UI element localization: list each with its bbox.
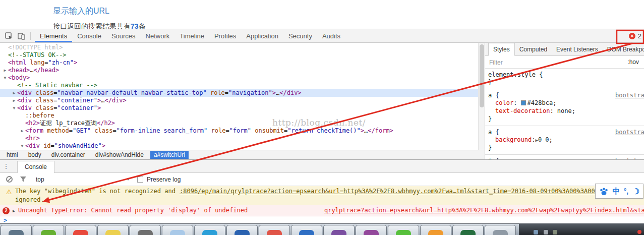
expand-arrow-icon[interactable]: ▶ [11,97,17,104]
pseudo-state-toggle[interactable]: :hov [627,56,639,68]
tray-alert-icon[interactable] [637,230,641,234]
taskbar-app-button[interactable] [130,225,161,235]
stylesheet-source-link[interactable]: bootstrap [615,129,644,136]
sidebar-tab[interactable]: DOM Breakpoints [603,43,644,55]
dom-tree-line[interactable]: ▶<head>…</head> [0,67,478,74]
tray-icon[interactable] [553,230,557,234]
taskbar-app-button[interactable] [420,225,451,235]
expand-arrow-icon[interactable]: ▶ [11,89,17,97]
tray-icon[interactable] [534,230,538,234]
dom-tree-line[interactable]: <hr> [0,135,478,142]
dom-tree-line[interactable]: ▼<body> [0,74,478,82]
elements-scrollbar[interactable] [478,43,485,150]
dom-token: "zh-cn" [48,59,74,66]
ime-toolbar[interactable]: 中 °, ☽ [595,184,643,199]
taskbar-app-button[interactable] [97,225,129,235]
styles-filter-input[interactable]: Filter [489,59,503,66]
css-property[interactable]: color: #428bca; [488,99,641,107]
devtools-tab[interactable]: Network [141,29,175,42]
sidebar-tab[interactable]: Styles [488,43,515,56]
dom-tree-line[interactable]: ▼<div id="showAndHide"> [0,142,478,150]
tray-icon[interactable] [544,230,548,234]
preserve-log-checkbox[interactable] [137,177,143,183]
breadcrumb-item[interactable]: html [3,151,22,159]
devtools-tab[interactable]: Sources [106,29,141,42]
taskbar-app-button[interactable] [226,225,258,235]
taskbar-app-button[interactable] [33,225,64,235]
stylesheet-source-link[interactable]: bootstrap [615,92,644,99]
styles-filter-row: Filter :hov [485,56,644,69]
taskbar-app-button[interactable] [452,225,484,235]
expand-arrow-icon[interactable]: ▼ [2,74,8,82]
color-swatch[interactable] [521,100,526,105]
app-icon [170,230,185,235]
devtools-tab[interactable]: Profiles [209,29,241,42]
dom-token [207,127,211,134]
taskbar-app-button[interactable] [323,225,355,235]
app-icon [235,230,250,235]
clear-console-icon[interactable] [6,176,13,183]
error-count-badge: 2 [3,207,10,214]
expand-arrow-icon[interactable]: ▶ [2,67,8,74]
breadcrumb-item[interactable]: div#showAndHide [92,151,147,159]
devtools-tab[interactable]: Timeline [174,29,209,42]
drawer-menu-icon[interactable]: ⋮ [0,162,12,170]
inspect-element-icon[interactable] [5,32,13,40]
dom-token: <div [17,89,35,96]
taskbar-app-button[interactable] [1,225,32,235]
expand-arrow-icon[interactable]: ▼ [11,104,17,112]
error-source-link[interactable]: qrylptrace?action=epsearch&url=http%3A%2… [324,206,644,215]
browser-page-area: 显示输入的URL 接口返回的搜索结果共有73条 [0,0,644,29]
dom-tree-line[interactable]: <h2>证据 lp_trace查询</h2> [0,120,478,127]
dom-tree-line[interactable]: ::before [0,112,478,120]
dom-tree-line[interactable]: ▶<div class="container">…</div> [0,97,478,104]
expand-arrow-icon[interactable]: ▼ [19,142,25,150]
breadcrumb-item[interactable]: body [25,151,45,159]
sidebar-tab[interactable]: Event Listeners [552,43,603,55]
ime-punctuation-toggle[interactable]: °, [624,187,629,195]
execution-context-selector[interactable]: top [36,176,44,183]
taskbar-app-button[interactable] [356,225,387,235]
dom-tree-line[interactable]: ▼<div class="container"> [0,104,478,112]
ime-paw-logo-icon[interactable] [599,187,609,196]
expand-arrow-icon[interactable]: ▶ [19,127,25,135]
css-property[interactable]: background:▶0 0; [488,136,641,144]
show-url-link[interactable]: 显示输入的URL [53,6,109,17]
ime-fullwidth-toggle[interactable]: ☽ [632,187,639,196]
taskbar-app-button[interactable] [65,225,96,235]
dom-tree-line[interactable]: <html lang="zh-cn"> [0,59,478,67]
breadcrumb-item[interactable]: div.container [48,151,89,159]
taskbar-app-button[interactable] [291,225,322,235]
devtools-tab[interactable]: Elements [35,29,72,42]
system-tray[interactable] [519,224,644,235]
taskbar-app-button[interactable] [485,225,516,235]
dom-tree-line[interactable]: ▶<div class="navbar navbar-default navba… [0,89,478,97]
context-dropdown-icon[interactable]: ▼ [126,177,130,182]
devtools-tab[interactable]: Audits [317,29,345,42]
dom-tree-line[interactable]: <!-- Static navbar --> [0,82,478,89]
dom-tree-line[interactable]: <!DOCTYPE html> [0,44,478,51]
expand-error-icon[interactable]: ▶ [13,207,15,215]
device-toolbar-icon[interactable] [17,32,25,40]
devtools-error-counter[interactable]: ✕ 2 [629,29,641,43]
css-property[interactable]: text-decoration: none; [488,107,641,115]
devtools-tab[interactable]: Security [283,29,317,42]
devtools-tab[interactable]: Console [72,29,106,42]
filter-icon[interactable] [20,176,27,183]
warning-source-link[interactable]: :8096/ep/main/qrylptrace?action=epsearch… [180,187,635,196]
sidebar-tab[interactable]: Computed [515,43,552,55]
warning-triangle-icon: ⚠ [6,188,12,196]
scrollbar-thumb[interactable] [480,44,484,107]
taskbar-app-button[interactable] [194,225,225,235]
console-tab[interactable]: Console [17,161,54,173]
dom-token: <!--STATUS OK--> [8,51,67,58]
taskbar-app-button[interactable] [388,225,419,235]
taskbar-app-button[interactable] [259,225,290,235]
dom-tree-line[interactable]: <!--STATUS OK--> [0,51,478,59]
dom-tree-line[interactable]: ▶<form method="GET" class="form-inline s… [0,127,478,135]
devtools-tab[interactable]: Application [241,29,283,42]
taskbar-app-button[interactable] [162,225,193,235]
ime-language-toggle[interactable]: 中 [612,187,620,196]
breadcrumb-item[interactable]: a#switchUrl [150,151,189,159]
console-input[interactable] [12,216,642,224]
